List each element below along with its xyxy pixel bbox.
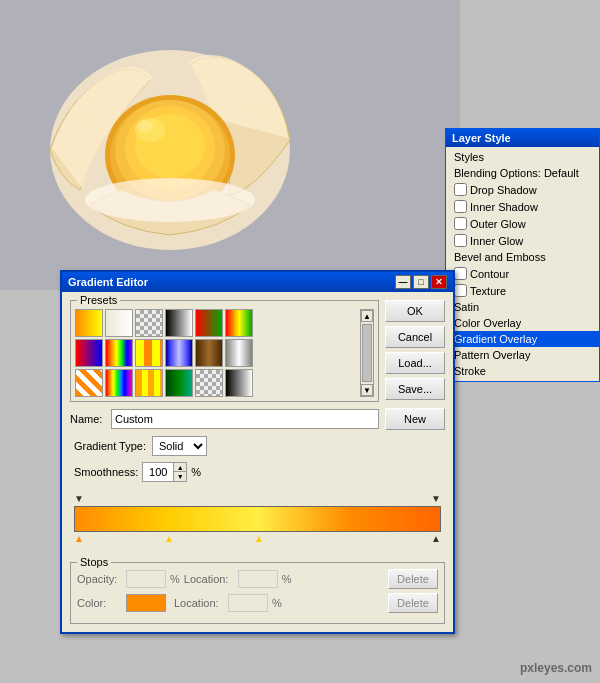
- layer-style-item-inner-glow[interactable]: Inner Glow: [446, 232, 599, 249]
- name-input[interactable]: [111, 409, 379, 429]
- layer-style-item-color-overlay[interactable]: Color Overlay: [446, 315, 599, 331]
- gradient-bottom-stops: [74, 532, 441, 548]
- color-field-label: Color:: [77, 597, 122, 609]
- smoothness-up-arrow[interactable]: ▲: [174, 463, 186, 472]
- location-value-input-1[interactable]: [238, 570, 278, 588]
- layer-style-titlebar: Layer Style: [446, 129, 599, 147]
- location-pct-1: %: [282, 573, 292, 585]
- opacity-pct: %: [170, 573, 180, 585]
- presets-scrollbar: ▲ ▼: [360, 309, 374, 397]
- color-swatch[interactable]: [126, 594, 166, 612]
- svg-point-8: [85, 178, 255, 222]
- preset-18[interactable]: [225, 369, 253, 397]
- location-pct-2: %: [272, 597, 282, 609]
- layer-style-item-drop-shadow[interactable]: Drop Shadow: [446, 181, 599, 198]
- location-label-1: Location:: [184, 573, 234, 585]
- outer-glow-checkbox[interactable]: [454, 217, 467, 230]
- layer-style-title: Layer Style: [452, 132, 511, 144]
- smoothness-input-container: ▲ ▼: [142, 462, 187, 482]
- watermark: pxleyes.com: [520, 661, 592, 675]
- stops-group: Stops Opacity: % Location: % Delete Colo…: [70, 562, 445, 624]
- load-button[interactable]: Load...: [385, 352, 445, 374]
- preset-11[interactable]: [195, 339, 223, 367]
- preset-10[interactable]: [165, 339, 193, 367]
- ok-button[interactable]: OK: [385, 300, 445, 322]
- inner-glow-checkbox[interactable]: [454, 234, 467, 247]
- preset-8[interactable]: [105, 339, 133, 367]
- layer-style-item-bevel-emboss[interactable]: Bevel and Emboss: [446, 249, 599, 265]
- layer-style-item-satin[interactable]: Satin: [446, 299, 599, 315]
- opacity-stop-right[interactable]: [431, 492, 441, 504]
- preset-4[interactable]: [165, 309, 193, 337]
- close-button[interactable]: ✕: [431, 275, 447, 289]
- opacity-value-input[interactable]: [126, 570, 166, 588]
- preset-5[interactable]: [195, 309, 223, 337]
- preset-7[interactable]: [75, 339, 103, 367]
- layer-style-item-styles[interactable]: Styles: [446, 149, 599, 165]
- texture-checkbox[interactable]: [454, 284, 467, 297]
- maximize-button[interactable]: □: [413, 275, 429, 289]
- preset-14[interactable]: [105, 369, 133, 397]
- preset-12[interactable]: [225, 339, 253, 367]
- gradient-editor-titlebar: Gradient Editor — □ ✕: [62, 272, 453, 292]
- preset-17[interactable]: [195, 369, 223, 397]
- cancel-button[interactable]: Cancel: [385, 326, 445, 348]
- layer-style-item-inner-shadow[interactable]: Inner Shadow: [446, 198, 599, 215]
- location-value-input-2[interactable]: [228, 594, 268, 612]
- titlebar-buttons: — □ ✕: [395, 275, 447, 289]
- color-stop-1[interactable]: [74, 532, 84, 544]
- preset-15[interactable]: [135, 369, 163, 397]
- smoothness-arrows: ▲ ▼: [173, 463, 186, 481]
- layer-style-content: Styles Blending Options: Default Drop Sh…: [446, 147, 599, 381]
- layer-style-item-stroke[interactable]: Stroke: [446, 363, 599, 379]
- contour-checkbox[interactable]: [454, 267, 467, 280]
- smoothness-down-arrow[interactable]: ▼: [174, 472, 186, 481]
- smoothness-input[interactable]: [143, 463, 173, 481]
- gradient-type-label: Gradient Type:: [74, 440, 146, 452]
- drop-shadow-checkbox[interactable]: [454, 183, 467, 196]
- inner-shadow-checkbox[interactable]: [454, 200, 467, 213]
- layer-style-item-outer-glow[interactable]: Outer Glow: [446, 215, 599, 232]
- preset-13[interactable]: [75, 369, 103, 397]
- preset-16[interactable]: [165, 369, 193, 397]
- opacity-stop-left[interactable]: [74, 492, 84, 504]
- gradient-bar[interactable]: [74, 506, 441, 532]
- delete-button-1[interactable]: Delete: [388, 569, 438, 589]
- ge-left: Presets: [70, 300, 379, 402]
- layer-style-item-texture[interactable]: Texture: [446, 282, 599, 299]
- save-button[interactable]: Save...: [385, 378, 445, 400]
- gradient-editor-title: Gradient Editor: [68, 276, 148, 288]
- name-label: Name:: [70, 413, 105, 425]
- preset-9[interactable]: [135, 339, 163, 367]
- layer-style-item-pattern-overlay[interactable]: Pattern Overlay: [446, 347, 599, 363]
- ge-right-buttons: OK Cancel Load... Save...: [385, 300, 445, 402]
- color-stop-3[interactable]: [254, 532, 264, 544]
- opacity-field-label: Opacity:: [77, 573, 122, 585]
- scroll-track[interactable]: [362, 324, 372, 382]
- ge-main-area: Presets: [70, 300, 445, 402]
- gradient-bar-area: [70, 492, 445, 548]
- gradient-type-row: Gradient Type: Solid Noise: [74, 436, 445, 456]
- layer-style-item-blending[interactable]: Blending Options: Default: [446, 165, 599, 181]
- presets-grid-container: ▲ ▼: [75, 309, 374, 397]
- new-button[interactable]: New: [385, 408, 445, 430]
- scroll-up-arrow[interactable]: ▲: [361, 310, 373, 322]
- preset-3[interactable]: [135, 309, 163, 337]
- scroll-down-arrow[interactable]: ▼: [361, 384, 373, 396]
- gradient-editor-body: Presets: [62, 292, 453, 632]
- preset-1[interactable]: [75, 309, 103, 337]
- layer-style-item-contour[interactable]: Contour: [446, 265, 599, 282]
- color-stop-4[interactable]: [431, 532, 441, 544]
- layer-style-panel: Layer Style Styles Blending Options: Def…: [445, 128, 600, 382]
- gradient-editor: Gradient Editor — □ ✕ Presets: [60, 270, 455, 634]
- svg-point-7: [137, 120, 153, 132]
- color-stop-2[interactable]: [164, 532, 174, 544]
- stops-group-label: Stops: [77, 556, 111, 568]
- delete-button-2[interactable]: Delete: [388, 593, 438, 613]
- layer-style-item-gradient-overlay[interactable]: Gradient Overlay: [446, 331, 599, 347]
- preset-6[interactable]: [225, 309, 253, 337]
- minimize-button[interactable]: —: [395, 275, 411, 289]
- preset-2[interactable]: [105, 309, 133, 337]
- gradient-type-select[interactable]: Solid Noise: [152, 436, 207, 456]
- smoothness-row: Smoothness: ▲ ▼ %: [74, 462, 445, 482]
